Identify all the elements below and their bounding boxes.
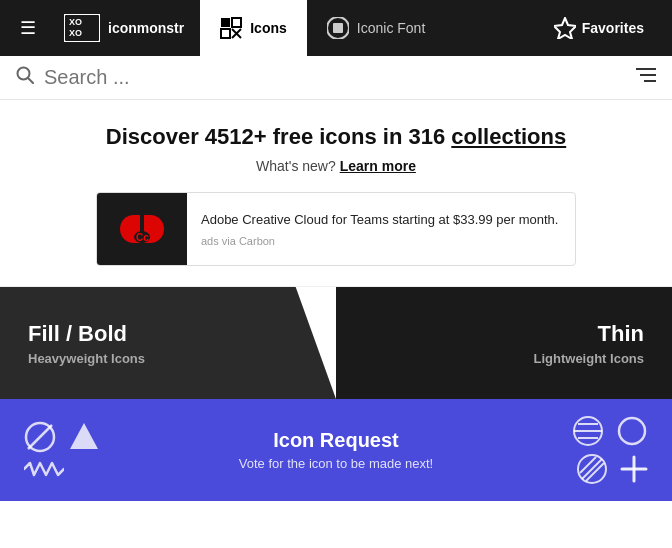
request-icons-left	[24, 421, 100, 479]
svg-line-12	[28, 78, 33, 83]
search-input[interactable]	[44, 66, 626, 89]
wave-icon	[24, 459, 64, 479]
ad-text: Adobe Creative Cloud for Teams starting …	[187, 201, 572, 257]
thin-sublabel: Lightweight Icons	[534, 351, 645, 366]
svg-text:XO: XO	[69, 17, 82, 27]
hero-title: Discover 4512+ free icons in 316 collect…	[16, 124, 656, 150]
collections-link[interactable]: collections	[451, 124, 566, 149]
svg-rect-4	[232, 18, 241, 27]
whats-new-prefix: What's new?	[256, 158, 340, 174]
svg-text:XO: XO	[69, 28, 82, 38]
search-icon	[16, 66, 34, 89]
request-center: Icon Request Vote for the icon to be mad…	[120, 429, 552, 471]
svg-rect-3	[221, 18, 230, 27]
nav-right: Favorites	[538, 17, 660, 39]
icons-tab-icon	[220, 17, 242, 39]
request-icons-top-row	[24, 421, 100, 453]
ad-via: ads via Carbon	[201, 235, 558, 247]
svg-line-19	[28, 425, 52, 449]
svg-rect-9	[333, 23, 343, 33]
svg-marker-20	[70, 423, 98, 449]
fill-bold-sublabel: Heavyweight Icons	[28, 351, 145, 366]
request-icons-right-top	[572, 415, 648, 447]
svg-point-25	[619, 418, 645, 444]
request-icons-bottom-row	[24, 459, 100, 479]
svg-text:Cc: Cc	[136, 232, 149, 243]
request-subtitle: Vote for the icon to be made next!	[120, 456, 552, 471]
no-icon	[24, 421, 56, 453]
lines-icon	[572, 415, 604, 447]
tab-iconic-font[interactable]: Iconic Font	[307, 0, 445, 56]
hamburger-menu[interactable]: ☰	[12, 9, 44, 47]
hero-subtitle: What's new? Learn more	[16, 158, 656, 174]
hero-section: Discover 4512+ free icons in 316 collect…	[0, 100, 672, 287]
circle-icon	[616, 415, 648, 447]
learn-more-link[interactable]: Learn more	[340, 158, 416, 174]
request-icons-right-bottom	[576, 453, 648, 485]
star-icon	[554, 17, 576, 39]
plus-icon	[620, 455, 648, 483]
logo-text: iconmonstr	[108, 20, 184, 36]
filter-icon[interactable]	[636, 67, 656, 88]
iconic-font-icon	[327, 17, 349, 39]
thin-style[interactable]: Thin Lightweight Icons	[336, 287, 672, 399]
triangle-icon	[68, 421, 100, 453]
tab-icons-label: Icons	[250, 20, 287, 36]
tab-icons[interactable]: Icons	[200, 0, 307, 56]
ad-card[interactable]: Cc Adobe Creative Cloud for Teams starti…	[96, 192, 576, 266]
request-icons-right	[572, 415, 648, 485]
favorites-link[interactable]: Favorites	[538, 17, 660, 39]
request-title: Icon Request	[120, 429, 552, 452]
icon-styles-section: Fill / Bold Heavyweight Icons Thin Light…	[0, 287, 672, 399]
nav-tabs: Icons Iconic Font	[200, 0, 538, 56]
thin-label: Thin	[598, 321, 644, 347]
fill-bold-style[interactable]: Fill / Bold Heavyweight Icons	[0, 287, 336, 399]
hero-title-prefix: Discover 4512+ free icons in 316	[106, 124, 451, 149]
ad-image: Cc	[97, 193, 187, 265]
logo[interactable]: XO XO iconmonstr	[52, 14, 196, 42]
svg-rect-7	[221, 29, 230, 38]
svg-marker-10	[554, 18, 576, 39]
navbar: ☰ XO XO iconmonstr Icons	[0, 0, 672, 56]
ad-title: Adobe Creative Cloud for Teams starting …	[201, 211, 558, 229]
adobe-cc-icon: Cc	[116, 207, 168, 251]
fill-bold-label: Fill / Bold	[28, 321, 127, 347]
icon-request-section[interactable]: Icon Request Vote for the icon to be mad…	[0, 399, 672, 501]
search-bar	[0, 56, 672, 100]
logo-icon: XO XO	[64, 14, 100, 42]
tab-iconic-font-label: Iconic Font	[357, 20, 425, 36]
diagonal-lines-icon	[576, 453, 608, 485]
favorites-label: Favorites	[582, 20, 644, 36]
